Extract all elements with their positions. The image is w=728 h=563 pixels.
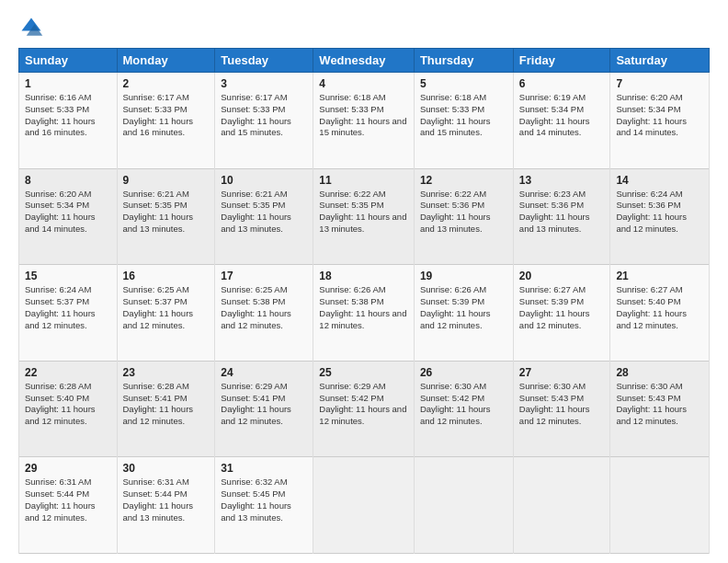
page-header: [18, 15, 710, 40]
day-detail: Sunrise: 6:17 AM Sunset: 5:33 PM Dayligh…: [221, 92, 307, 139]
day-cell: 24 Sunrise: 6:29 AM Sunset: 5:41 PM Dayl…: [215, 361, 313, 457]
day-number: 10: [221, 174, 307, 187]
day-number: 30: [123, 462, 210, 475]
day-detail: Sunrise: 6:22 AM Sunset: 5:35 PM Dayligh…: [319, 189, 408, 236]
day-cell: 2 Sunrise: 6:17 AM Sunset: 5:33 PM Dayli…: [117, 73, 215, 169]
day-detail: Sunrise: 6:19 AM Sunset: 5:34 PM Dayligh…: [519, 92, 605, 139]
day-number: 18: [319, 270, 408, 282]
day-cell: 9 Sunrise: 6:21 AM Sunset: 5:35 PM Dayli…: [117, 168, 215, 265]
day-detail: Sunrise: 6:29 AM Sunset: 5:42 PM Dayligh…: [319, 381, 408, 428]
day-number: 21: [616, 270, 703, 282]
day-cell: 29 Sunrise: 6:31 AM Sunset: 5:44 PM Dayl…: [19, 457, 118, 554]
day-cell: 8 Sunrise: 6:20 AM Sunset: 5:34 PM Dayli…: [19, 168, 118, 265]
day-number: 19: [420, 270, 507, 282]
day-cell: 28 Sunrise: 6:30 AM Sunset: 5:43 PM Dayl…: [610, 361, 710, 457]
weekday-header-friday: Friday: [513, 49, 610, 73]
day-detail: Sunrise: 6:21 AM Sunset: 5:35 PM Dayligh…: [123, 189, 210, 236]
day-cell: 5 Sunrise: 6:18 AM Sunset: 5:33 PM Dayli…: [414, 73, 513, 169]
day-detail: Sunrise: 6:26 AM Sunset: 5:38 PM Dayligh…: [319, 284, 408, 331]
day-number: 15: [25, 270, 111, 282]
day-cell: 7 Sunrise: 6:20 AM Sunset: 5:34 PM Dayli…: [610, 73, 710, 169]
day-cell: [414, 457, 513, 554]
week-row-5: 29 Sunrise: 6:31 AM Sunset: 5:44 PM Dayl…: [19, 457, 710, 554]
day-detail: Sunrise: 6:22 AM Sunset: 5:36 PM Dayligh…: [420, 189, 507, 236]
day-cell: 17 Sunrise: 6:25 AM Sunset: 5:38 PM Dayl…: [215, 265, 313, 362]
day-cell: 1 Sunrise: 6:16 AM Sunset: 5:33 PM Dayli…: [19, 73, 118, 169]
day-cell: 15 Sunrise: 6:24 AM Sunset: 5:37 PM Dayl…: [19, 265, 118, 362]
day-number: 2: [123, 77, 210, 90]
day-number: 28: [616, 366, 703, 379]
day-number: 11: [319, 174, 408, 187]
day-detail: Sunrise: 6:29 AM Sunset: 5:41 PM Dayligh…: [221, 381, 307, 428]
day-cell: 30 Sunrise: 6:31 AM Sunset: 5:44 PM Dayl…: [117, 457, 215, 554]
day-cell: 18 Sunrise: 6:26 AM Sunset: 5:38 PM Dayl…: [313, 265, 415, 362]
day-detail: Sunrise: 6:18 AM Sunset: 5:33 PM Dayligh…: [420, 92, 507, 139]
day-detail: Sunrise: 6:24 AM Sunset: 5:36 PM Dayligh…: [616, 189, 703, 236]
day-cell: 4 Sunrise: 6:18 AM Sunset: 5:33 PM Dayli…: [313, 73, 415, 169]
logo: [18, 15, 48, 40]
day-cell: 11 Sunrise: 6:22 AM Sunset: 5:35 PM Dayl…: [313, 168, 415, 265]
weekday-header-row: SundayMondayTuesdayWednesdayThursdayFrid…: [19, 49, 710, 73]
day-detail: Sunrise: 6:30 AM Sunset: 5:43 PM Dayligh…: [519, 381, 605, 428]
day-cell: 31 Sunrise: 6:32 AM Sunset: 5:45 PM Dayl…: [215, 457, 313, 554]
day-cell: 6 Sunrise: 6:19 AM Sunset: 5:34 PM Dayli…: [513, 73, 610, 169]
day-cell: 10 Sunrise: 6:21 AM Sunset: 5:35 PM Dayl…: [215, 168, 313, 265]
day-number: 22: [25, 366, 111, 379]
week-row-3: 15 Sunrise: 6:24 AM Sunset: 5:37 PM Dayl…: [19, 265, 710, 362]
day-detail: Sunrise: 6:20 AM Sunset: 5:34 PM Dayligh…: [25, 189, 111, 236]
day-cell: 12 Sunrise: 6:22 AM Sunset: 5:36 PM Dayl…: [414, 168, 513, 265]
day-number: 5: [420, 77, 507, 90]
day-number: 13: [519, 174, 605, 187]
day-cell: 19 Sunrise: 6:26 AM Sunset: 5:39 PM Dayl…: [414, 265, 513, 362]
day-number: 6: [519, 77, 605, 90]
day-detail: Sunrise: 6:30 AM Sunset: 5:43 PM Dayligh…: [616, 381, 703, 428]
day-cell: 22 Sunrise: 6:28 AM Sunset: 5:40 PM Dayl…: [19, 361, 118, 457]
day-cell: 20 Sunrise: 6:27 AM Sunset: 5:39 PM Dayl…: [513, 265, 610, 362]
day-number: 9: [123, 174, 210, 187]
day-number: 31: [221, 462, 307, 475]
day-number: 26: [420, 366, 507, 379]
day-detail: Sunrise: 6:28 AM Sunset: 5:40 PM Dayligh…: [25, 381, 111, 428]
day-detail: Sunrise: 6:25 AM Sunset: 5:37 PM Dayligh…: [123, 284, 210, 331]
day-number: 12: [420, 174, 507, 187]
day-number: 14: [616, 174, 703, 187]
day-cell: 13 Sunrise: 6:23 AM Sunset: 5:36 PM Dayl…: [513, 168, 610, 265]
day-detail: Sunrise: 6:26 AM Sunset: 5:39 PM Dayligh…: [420, 284, 507, 331]
day-cell: 21 Sunrise: 6:27 AM Sunset: 5:40 PM Dayl…: [610, 265, 710, 362]
day-number: 23: [123, 366, 210, 379]
day-number: 16: [123, 270, 210, 282]
day-detail: Sunrise: 6:20 AM Sunset: 5:34 PM Dayligh…: [616, 92, 703, 139]
day-number: 29: [25, 462, 111, 475]
day-number: 7: [616, 77, 703, 90]
day-cell: [513, 457, 610, 554]
day-number: 25: [319, 366, 408, 379]
day-cell: 27 Sunrise: 6:30 AM Sunset: 5:43 PM Dayl…: [513, 361, 610, 457]
day-detail: Sunrise: 6:30 AM Sunset: 5:42 PM Dayligh…: [420, 381, 507, 428]
week-row-1: 1 Sunrise: 6:16 AM Sunset: 5:33 PM Dayli…: [19, 73, 710, 169]
day-number: 20: [519, 270, 605, 282]
day-detail: Sunrise: 6:27 AM Sunset: 5:39 PM Dayligh…: [519, 284, 605, 331]
weekday-header-saturday: Saturday: [610, 49, 710, 73]
day-cell: 14 Sunrise: 6:24 AM Sunset: 5:36 PM Dayl…: [610, 168, 710, 265]
day-cell: 23 Sunrise: 6:28 AM Sunset: 5:41 PM Dayl…: [117, 361, 215, 457]
logo-icon: [18, 15, 44, 40]
calendar-table: SundayMondayTuesdayWednesdayThursdayFrid…: [18, 48, 710, 554]
day-detail: Sunrise: 6:32 AM Sunset: 5:45 PM Dayligh…: [221, 477, 307, 523]
day-number: 17: [221, 270, 307, 282]
day-detail: Sunrise: 6:28 AM Sunset: 5:41 PM Dayligh…: [123, 381, 210, 428]
week-row-4: 22 Sunrise: 6:28 AM Sunset: 5:40 PM Dayl…: [19, 361, 710, 457]
day-detail: Sunrise: 6:23 AM Sunset: 5:36 PM Dayligh…: [519, 189, 605, 236]
week-row-2: 8 Sunrise: 6:20 AM Sunset: 5:34 PM Dayli…: [19, 168, 710, 265]
weekday-header-tuesday: Tuesday: [215, 49, 313, 73]
day-detail: Sunrise: 6:17 AM Sunset: 5:33 PM Dayligh…: [123, 92, 210, 139]
day-number: 4: [319, 77, 408, 90]
calendar-page: SundayMondayTuesdayWednesdayThursdayFrid…: [0, 0, 728, 563]
weekday-header-sunday: Sunday: [19, 49, 118, 73]
day-cell: 26 Sunrise: 6:30 AM Sunset: 5:42 PM Dayl…: [414, 361, 513, 457]
day-number: 24: [221, 366, 307, 379]
day-cell: 25 Sunrise: 6:29 AM Sunset: 5:42 PM Dayl…: [313, 361, 415, 457]
day-detail: Sunrise: 6:16 AM Sunset: 5:33 PM Dayligh…: [25, 92, 111, 139]
day-number: 1: [25, 77, 111, 90]
day-number: 3: [221, 77, 307, 90]
weekday-header-thursday: Thursday: [414, 49, 513, 73]
